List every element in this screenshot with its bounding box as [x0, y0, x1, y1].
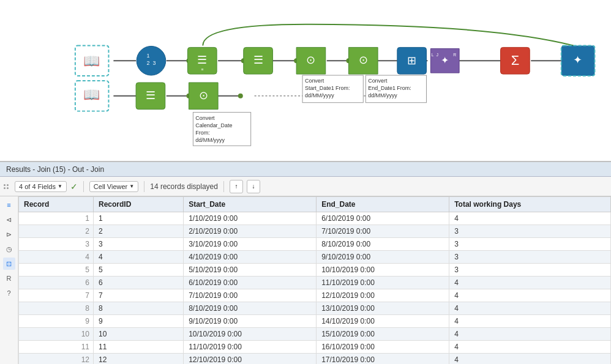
- svg-text:3: 3: [152, 60, 156, 66]
- svg-text:⊙: ⊙: [359, 54, 368, 66]
- svg-text:R: R: [424, 50, 427, 54]
- table-row[interactable]: 999/10/2019 0:0014/10/2019 0:004: [19, 315, 611, 328]
- table-cell: 10/10/2019 0:00: [184, 328, 317, 341]
- sidebar-icon-table[interactable]: ≡: [3, 199, 15, 211]
- fields-selector-button[interactable]: 4 of 4 Fields ▼: [15, 181, 67, 192]
- col-header-start-date: Start_Date: [184, 197, 317, 212]
- sidebar-icon-data[interactable]: ⊡: [3, 258, 15, 270]
- svg-text:Convert: Convert: [195, 116, 215, 122]
- cell-row-num: 5: [19, 264, 94, 277]
- svg-text:Convert: Convert: [368, 78, 388, 84]
- table-cell: 4: [449, 212, 611, 225]
- table-cell: 3: [449, 238, 611, 251]
- svg-text:✦: ✦: [573, 54, 582, 66]
- table-container: ≡ ⊲ ⊳ ◷ ⊡ R ? Record RecordID Start_Date…: [0, 196, 611, 364]
- table-cell: 13/10/2019 0:00: [317, 302, 449, 315]
- svg-text:2: 2: [398, 50, 400, 54]
- table-cell: 5: [94, 264, 184, 277]
- cell-row-num: 10: [19, 328, 94, 341]
- table-cell: 1: [94, 212, 184, 225]
- table-row[interactable]: 666/10/2019 0:0011/10/2019 0:004: [19, 277, 611, 289]
- sidebar-icon-help[interactable]: ?: [3, 287, 15, 299]
- table-cell: 3/10/2019 0:00: [184, 238, 317, 251]
- scroll-down-button[interactable]: ↓: [247, 180, 260, 193]
- cell-row-num: 1: [19, 212, 94, 225]
- sidebar-icon-r[interactable]: R: [3, 272, 15, 284]
- svg-text:From:: From:: [195, 130, 209, 136]
- data-table-wrap: Record RecordID Start_Date End_Date Tota…: [18, 196, 611, 364]
- svg-text:📖: 📖: [83, 86, 100, 103]
- fields-selector-label: 4 of 4 Fields: [19, 183, 56, 190]
- table-cell: 4: [449, 277, 611, 289]
- svg-text:☰: ☰: [253, 54, 263, 66]
- table-cell: 4: [449, 315, 611, 328]
- records-displayed-label: 14 records displayed: [150, 182, 218, 191]
- table-cell: 4: [449, 289, 611, 302]
- scroll-up-button[interactable]: ↑: [230, 180, 243, 193]
- cell-viewer-label: Cell Viewer: [94, 183, 127, 190]
- svg-text:dd/MM/yyyy: dd/MM/yyyy: [305, 92, 334, 98]
- table-cell: 1/10/2019 0:00: [184, 212, 317, 225]
- table-cell: 9/10/2019 0:00: [317, 251, 449, 264]
- sidebar-icon-time[interactable]: ◷: [3, 243, 15, 255]
- flow-svg: 1 📖 1 2 3 ☰ ≡ ☰ ⊙ ⊙: [0, 0, 611, 161]
- table-cell: 11/10/2019 0:00: [184, 341, 317, 354]
- table-row[interactable]: 888/10/2019 0:0013/10/2019 0:004: [19, 302, 611, 315]
- table-row[interactable]: 333/10/2019 0:008/10/2019 0:003: [19, 238, 611, 251]
- left-sidebar: ≡ ⊲ ⊳ ◷ ⊡ R ?: [0, 196, 18, 364]
- table-row[interactable]: 101010/10/2019 0:0015/10/2019 0:004: [19, 328, 611, 341]
- table-cell: 6/10/2019 0:00: [184, 277, 317, 289]
- table-row[interactable]: 777/10/2019 0:0012/10/2019 0:004: [19, 289, 611, 302]
- table-header-row: Record RecordID Start_Date End_Date Tota…: [19, 197, 611, 212]
- toolbar: 4 of 4 Fields ▼ ✓ Cell Viewer ▼ 14 recor…: [0, 177, 611, 196]
- svg-text:End_Date1 From:: End_Date1 From:: [368, 85, 411, 91]
- cell-row-num: 8: [19, 302, 94, 315]
- table-row[interactable]: 111/10/2019 0:006/10/2019 0:004: [19, 212, 611, 225]
- col-header-end-date: End_Date: [317, 197, 449, 212]
- sidebar-icon-filter[interactable]: ⊲: [3, 214, 15, 226]
- table-row[interactable]: 444/10/2019 0:009/10/2019 0:003: [19, 251, 611, 264]
- sidebar-icon-browse[interactable]: ⊳: [3, 228, 15, 240]
- table-cell: 8/10/2019 0:00: [184, 302, 317, 315]
- cell-row-num: 3: [19, 238, 94, 251]
- cell-row-num: 9: [19, 315, 94, 328]
- svg-text:dd/MM/yyyy: dd/MM/yyyy: [195, 137, 225, 143]
- svg-text:Calendar_Date: Calendar_Date: [195, 122, 232, 128]
- table-row[interactable]: 222/10/2019 0:007/10/2019 0:003: [19, 225, 611, 238]
- svg-text:≡: ≡: [201, 67, 203, 72]
- table-cell: 17/10/2019 0:00: [317, 354, 449, 365]
- table-cell: 2/10/2019 0:00: [184, 225, 317, 238]
- table-row[interactable]: 555/10/2019 0:0010/10/2019 0:003: [19, 264, 611, 277]
- up-arrow-icon: ↑: [234, 183, 238, 190]
- table-cell: 15/10/2019 0:00: [317, 328, 449, 341]
- svg-text:⊙: ⊙: [199, 89, 208, 102]
- cell-viewer-button[interactable]: Cell Viewer ▼: [89, 181, 138, 192]
- table-cell: 4: [449, 302, 611, 315]
- table-cell: 7/10/2019 0:00: [317, 225, 449, 238]
- table-cell: 4: [449, 354, 611, 365]
- svg-text:⊙: ⊙: [306, 54, 315, 66]
- table-body: 111/10/2019 0:006/10/2019 0:004222/10/20…: [19, 212, 611, 365]
- svg-text:✦: ✦: [441, 55, 449, 65]
- svg-text:J: J: [436, 53, 438, 57]
- table-cell: 5/10/2019 0:00: [184, 264, 317, 277]
- table-cell: 10: [94, 328, 184, 341]
- cell-row-num: 2: [19, 225, 94, 238]
- table-cell: 12/10/2019 0:00: [184, 354, 317, 365]
- table-cell: 16/10/2019 0:00: [317, 341, 449, 354]
- table-row[interactable]: 121212/10/2019 0:0017/10/2019 0:004: [19, 354, 611, 365]
- svg-text:1: 1: [146, 53, 149, 59]
- col-header-record: Record: [19, 197, 94, 212]
- canvas-area: 1 📖 1 2 3 ☰ ≡ ☰ ⊙ ⊙: [0, 0, 611, 162]
- table-cell: 4: [94, 251, 184, 264]
- table-cell: 3: [449, 264, 611, 277]
- down-arrow-icon: ↓: [252, 183, 255, 190]
- cell-viewer-arrow-icon: ▼: [129, 184, 134, 189]
- svg-text:Start_Date1 From:: Start_Date1 From:: [305, 85, 350, 91]
- table-cell: 8/10/2019 0:00: [317, 238, 449, 251]
- table-row[interactable]: 111111/10/2019 0:0016/10/2019 0:004: [19, 341, 611, 354]
- cell-row-num: 7: [19, 289, 94, 302]
- svg-text:Convert: Convert: [305, 78, 324, 84]
- table-cell: 6/10/2019 0:00: [317, 212, 449, 225]
- table-cell: 14/10/2019 0:00: [317, 315, 449, 328]
